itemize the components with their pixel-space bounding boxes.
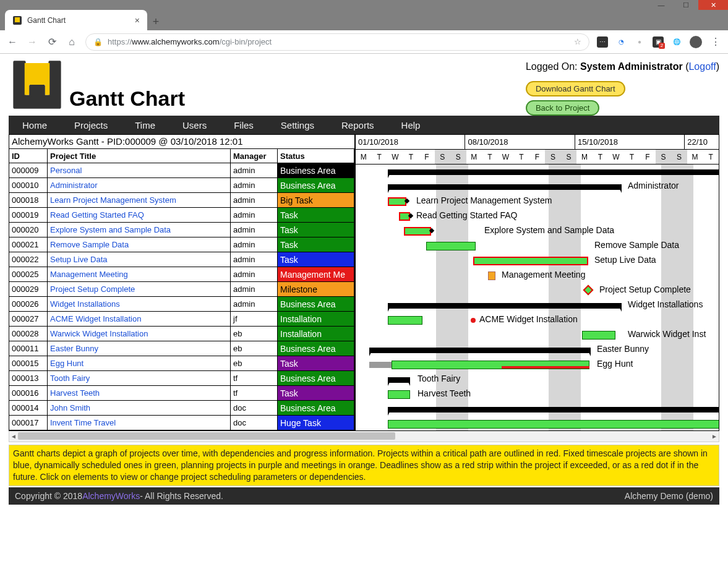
tab-close-icon[interactable]: × xyxy=(135,15,140,25)
gantt-task-bar[interactable] xyxy=(388,197,406,206)
page-footer: Copyright © 2018 AlchemyWorks - All Righ… xyxy=(9,487,719,505)
nav-reload-button[interactable]: ⟳ xyxy=(46,36,58,48)
extension-icon[interactable]: 🌐 xyxy=(671,36,682,48)
cell-status: Management Me xyxy=(278,267,354,281)
table-header: ID Project Title Manager Status xyxy=(9,149,354,163)
gantt-summary-bar[interactable] xyxy=(369,348,591,353)
cell-id: 000013 xyxy=(9,371,48,385)
menu-projects[interactable]: Projects xyxy=(61,120,121,130)
gantt-summary-bar[interactable] xyxy=(388,169,719,175)
project-link[interactable]: Warwick Widget Installation xyxy=(50,329,148,338)
cell-title: Read Getting Started FAQ xyxy=(48,208,231,222)
status-badge: Task xyxy=(278,252,354,267)
gantt-task-bar[interactable] xyxy=(426,242,476,250)
cell-manager: eb xyxy=(231,341,278,356)
project-link[interactable]: Invent Time Travel xyxy=(50,418,116,427)
gantt-caption: AlchemyWorks Gantt - PID:000009 @ 03/10/… xyxy=(9,135,354,149)
extension-icon[interactable]: ▣ xyxy=(653,36,664,48)
window-close-button[interactable]: ✕ xyxy=(698,0,728,10)
gantt-task-bar[interactable] xyxy=(473,257,588,265)
browser-menu-button[interactable]: ⋮ xyxy=(709,36,722,48)
project-link[interactable]: Read Getting Started FAQ xyxy=(50,210,144,220)
download-gantt-button[interactable]: Download Gantt Chart xyxy=(526,81,625,96)
project-link[interactable]: Management Meeting xyxy=(50,270,128,279)
project-link[interactable]: Widget Installations xyxy=(50,299,120,309)
back-to-project-button[interactable]: Back to Project xyxy=(526,100,599,116)
horizontal-scrollbar[interactable]: ◄ ► xyxy=(9,431,719,442)
new-tab-button[interactable]: + xyxy=(147,13,165,30)
cell-title: Warwick Widget Installation xyxy=(48,327,231,341)
cell-status: Task xyxy=(278,237,354,252)
project-link[interactable]: Easter Bunny xyxy=(50,344,98,353)
menu-files[interactable]: Files xyxy=(220,120,267,130)
cell-status: Task xyxy=(278,223,354,237)
gantt-meeting-bar[interactable] xyxy=(488,271,495,280)
cell-title: Invent Time Travel xyxy=(48,416,231,430)
window-minimize-button[interactable]: — xyxy=(649,0,674,10)
gantt-task-bar[interactable] xyxy=(388,316,422,325)
project-link[interactable]: Explore System and Sample Data xyxy=(50,225,171,234)
menu-home[interactable]: Home xyxy=(9,120,61,130)
gantt-summary-bar[interactable] xyxy=(388,407,719,412)
gantt-task-bar[interactable] xyxy=(388,390,410,399)
project-link[interactable]: Egg Hunt xyxy=(50,359,84,368)
nav-forward-button: → xyxy=(26,36,38,48)
address-bar[interactable]: 🔒 https://www.alchemyworks.com/cgi-bin/p… xyxy=(85,33,589,51)
nav-home-button[interactable]: ⌂ xyxy=(66,36,78,48)
cell-title: Administrator xyxy=(48,178,231,192)
cell-title: ACME Widget Installation xyxy=(48,312,231,326)
nav-back-button[interactable]: ← xyxy=(6,36,19,48)
gantt-task-bar[interactable] xyxy=(388,420,719,429)
day-header-cell: F xyxy=(640,150,656,164)
scrollbar-thumb[interactable] xyxy=(18,432,395,440)
table-row: 000021Remove Sample DataadminTask xyxy=(9,237,354,252)
project-link[interactable]: John Smith xyxy=(50,403,90,412)
alchemyworks-logo-icon xyxy=(9,56,66,113)
menu-reports[interactable]: Reports xyxy=(328,120,388,130)
cell-manager: admin xyxy=(231,282,278,296)
cell-id: 000016 xyxy=(9,386,48,400)
extension-icon[interactable]: ◔ xyxy=(615,36,627,48)
day-header-cell: W xyxy=(387,150,403,164)
gantt-summary-bar[interactable] xyxy=(388,377,410,383)
bookmark-star-icon[interactable]: ☆ xyxy=(574,37,581,46)
project-link[interactable]: Setup Live Data xyxy=(50,255,108,264)
profile-avatar[interactable] xyxy=(690,36,702,48)
table-row: 000026Widget InstallationsadminBusiness … xyxy=(9,297,354,312)
cell-manager: tf xyxy=(231,386,278,400)
menu-settings[interactable]: Settings xyxy=(267,120,328,130)
project-link[interactable]: Administrator xyxy=(50,181,98,190)
project-link[interactable]: Remove Sample Data xyxy=(50,240,129,249)
gantt-summary-bar[interactable] xyxy=(388,303,622,309)
menu-time[interactable]: Time xyxy=(121,120,169,130)
cell-id: 000026 xyxy=(9,297,48,311)
logoff-link[interactable]: Logoff xyxy=(688,61,716,72)
extension-icon[interactable]: ● xyxy=(634,36,645,48)
scroll-left-icon[interactable]: ◄ xyxy=(9,431,18,441)
gantt-summary-bar[interactable] xyxy=(388,184,622,190)
day-header-cell: S xyxy=(435,150,451,164)
gantt-milestone-icon[interactable] xyxy=(583,285,594,296)
extension-icon[interactable]: ⋯ xyxy=(597,36,608,48)
project-link[interactable]: Project Setup Complete xyxy=(50,284,135,294)
menu-help[interactable]: Help xyxy=(388,120,434,130)
footer-link[interactable]: AlchemyWorks xyxy=(82,491,140,501)
browser-tabbar: Gantt Chart × + xyxy=(0,10,728,30)
scroll-right-icon[interactable]: ► xyxy=(710,431,719,441)
day-header-cell: T xyxy=(513,150,529,164)
cell-id: 000015 xyxy=(9,356,48,370)
project-link[interactable]: Harvest Teeth xyxy=(50,388,100,398)
project-link[interactable]: Tooth Fairy xyxy=(50,374,90,383)
col-id: ID xyxy=(9,149,48,163)
project-link[interactable]: ACME Widget Installation xyxy=(50,314,141,323)
window-maximize-button[interactable]: ☐ xyxy=(674,0,698,10)
tab-title: Gantt Chart xyxy=(27,16,130,25)
browser-tab-active[interactable]: Gantt Chart × xyxy=(5,10,147,30)
gantt-task-bar[interactable] xyxy=(404,227,431,236)
gantt-buffer-bar[interactable] xyxy=(369,362,392,368)
project-link[interactable]: Personal xyxy=(50,166,82,175)
menu-users[interactable]: Users xyxy=(169,120,220,130)
gantt-task-bar[interactable] xyxy=(582,331,615,340)
project-link[interactable]: Learn Project Management System xyxy=(50,195,176,205)
day-header-cell: F xyxy=(529,150,546,164)
